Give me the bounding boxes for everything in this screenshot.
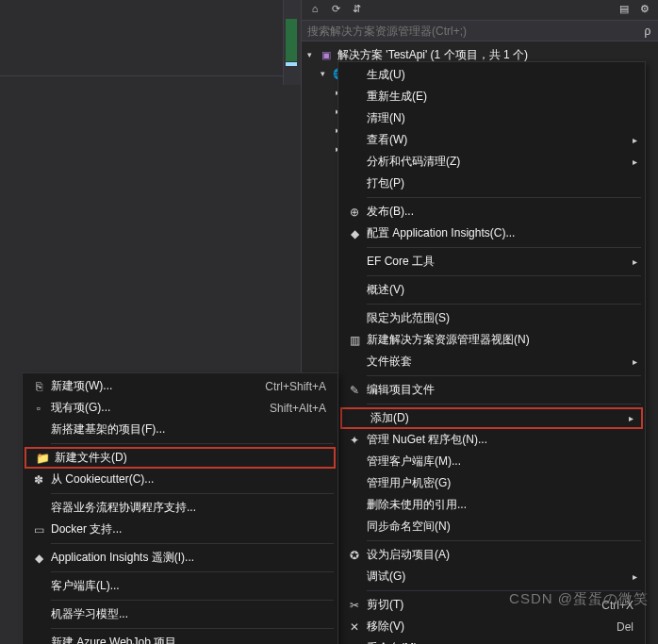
menu-item[interactable]: 限定为此范围(S) — [338, 307, 645, 329]
chevron-down-icon[interactable]: ▾ — [321, 69, 332, 78]
editor-divider — [0, 75, 283, 76]
menu-item[interactable]: 重新生成(E) — [338, 86, 645, 107]
menu-item[interactable]: 分析和代码清理(Z)▸ — [338, 151, 645, 173]
minimap-thumb — [286, 19, 297, 61]
search-row: ρ — [302, 21, 658, 41]
menu-item[interactable]: 📁新建文件夹(D) — [25, 447, 336, 469]
existing-item-icon: ▫ — [26, 402, 51, 415]
chevron-right-icon: ▸ — [633, 356, 637, 367]
search-icon[interactable]: ρ — [637, 25, 658, 38]
menu-separator — [51, 628, 334, 629]
settings-icon[interactable]: ⚙ — [637, 3, 652, 18]
menu-label: 清理(N) — [367, 110, 618, 126]
menu-item[interactable]: ▥新建解决方案资源管理器视图(N) — [338, 329, 645, 351]
menu-label: 限定为此范围(S) — [367, 310, 618, 326]
menu-label: 发布(B)... — [367, 204, 618, 220]
menu-separator — [367, 590, 641, 591]
search-input[interactable] — [302, 25, 637, 38]
menu-item[interactable]: 同步命名空间(N) — [338, 516, 645, 537]
menu-label: 调试(G) — [367, 569, 618, 585]
menu-label: 移除(V) — [367, 619, 618, 635]
menu-item[interactable]: ✐重命名(M)F2 — [338, 637, 645, 644]
chevron-down-icon[interactable]: ▾ — [307, 50, 319, 59]
cut-icon: ✂ — [342, 599, 367, 612]
menu-item[interactable]: ✪设为启动项目(A) — [338, 544, 645, 566]
menu-item[interactable]: 生成(U) — [338, 64, 645, 86]
menu-separator — [51, 543, 334, 544]
chevron-right-icon: ▸ — [633, 571, 637, 582]
menu-item[interactable]: ✎编辑项目文件 — [338, 379, 645, 401]
context-menu-main: 生成(U)重新生成(E)清理(N)查看(W)▸分析和代码清理(Z)▸打包(P)⊕… — [337, 61, 646, 644]
menu-item[interactable]: ⎘新建项(W)...Ctrl+Shift+A — [23, 375, 337, 397]
menu-item[interactable]: 概述(V) — [338, 279, 645, 301]
menu-label: Docker 支持... — [51, 521, 311, 537]
menu-label: 设为启动项目(A) — [367, 547, 618, 563]
insights-icon: ◆ — [342, 227, 367, 240]
menu-separator — [367, 404, 641, 405]
remove-icon: ✕ — [342, 620, 367, 634]
menu-item[interactable]: ▫现有项(G)...Shift+Alt+A — [23, 397, 337, 419]
menu-item[interactable]: 删除未使用的引用... — [338, 494, 645, 516]
menu-label: 管理用户机密(G) — [367, 475, 618, 491]
menu-item[interactable]: 查看(W)▸ — [338, 129, 645, 151]
menu-item[interactable]: 容器业务流程协调程序支持... — [23, 497, 337, 519]
menu-item[interactable]: 打包(P) — [338, 173, 645, 194]
menu-item[interactable]: ◆Application Insights 遥测(I)... — [23, 547, 337, 569]
menu-separator — [367, 540, 641, 541]
menu-label: 容器业务流程协调程序支持... — [51, 500, 311, 516]
menu-label: 添加(D) — [370, 410, 615, 426]
cookie-icon: ✽ — [26, 473, 51, 487]
menu-shortcut: Shift+Alt+A — [270, 402, 326, 415]
menu-item[interactable]: 机器学习模型... — [23, 603, 337, 625]
menu-label: 管理客户端库(M)... — [367, 454, 618, 470]
menu-label: EF Core 工具 — [367, 254, 618, 270]
menu-label: 新建解决方案资源管理器视图(N) — [367, 332, 618, 348]
menu-item[interactable]: 客户端库(L)... — [23, 575, 337, 597]
minimap-thumb2 — [286, 62, 297, 66]
menu-separator — [51, 600, 334, 601]
properties-icon[interactable]: ▤ — [617, 3, 632, 18]
edit-icon: ✎ — [342, 384, 367, 397]
nuget-icon: ✦ — [342, 434, 367, 447]
menu-item[interactable]: 管理用户机密(G) — [338, 472, 645, 494]
menu-item[interactable]: 调试(G)▸ — [338, 566, 645, 587]
menu-separator — [51, 493, 334, 494]
menu-label: 同步命名空间(N) — [367, 519, 618, 535]
collapse-icon[interactable]: ⇵ — [349, 3, 364, 18]
menu-item[interactable]: 添加(D)▸ — [340, 407, 643, 429]
chevron-right-icon: ▸ — [633, 256, 637, 267]
menu-item[interactable]: EF Core 工具▸ — [338, 251, 645, 272]
menu-label: 编辑项目文件 — [367, 382, 618, 398]
menu-label: 生成(U) — [367, 67, 618, 83]
menu-item[interactable]: 新建 Azure WebJob 项目 — [23, 632, 337, 644]
menu-item[interactable]: 管理客户端库(M)... — [338, 451, 645, 472]
menu-item[interactable]: ✽从 Cookiecutter(C)... — [23, 469, 337, 490]
menu-label: 分析和代码清理(Z) — [367, 154, 618, 170]
menu-item[interactable]: ▭Docker 支持... — [23, 519, 337, 540]
menu-item[interactable]: ⊕发布(B)... — [338, 201, 645, 223]
menu-item[interactable]: 清理(N) — [338, 107, 645, 129]
menu-item[interactable]: ✦管理 NuGet 程序包(N)... — [338, 429, 645, 451]
home-icon[interactable]: ⌂ — [307, 3, 322, 18]
refresh-icon[interactable]: ⟳ — [328, 3, 343, 18]
menu-label: 删除未使用的引用... — [367, 497, 618, 513]
menu-label: 从 Cookiecutter(C)... — [51, 471, 311, 487]
publish-icon: ⊕ — [342, 206, 367, 219]
menu-item[interactable]: ◆配置 Application Insights(C)... — [338, 223, 645, 244]
menu-separator — [51, 443, 334, 444]
menu-separator — [367, 247, 641, 248]
menu-label: 剪切(T) — [367, 597, 618, 613]
menu-label: 新建 Azure WebJob 项目 — [51, 635, 311, 644]
solution-toolbar: ⌂ ⟳ ⇵ ▤ ⚙ — [302, 0, 658, 21]
menu-item[interactable]: 文件嵌套▸ — [338, 351, 645, 372]
new-item-icon: ⎘ — [26, 380, 51, 393]
menu-separator — [367, 197, 641, 198]
menu-label: 新搭建基架的项目(F)... — [51, 421, 311, 438]
menu-item[interactable]: 新搭建基架的项目(F)... — [23, 419, 337, 440]
menu-item[interactable]: ✂剪切(T)Ctrl+X — [338, 594, 645, 616]
menu-separator — [367, 304, 641, 305]
new-folder-icon: 📁 — [30, 452, 55, 465]
menu-label: 概述(V) — [367, 282, 618, 298]
menu-label: 文件嵌套 — [367, 354, 618, 370]
menu-item[interactable]: ✕移除(V)Del — [338, 616, 645, 637]
